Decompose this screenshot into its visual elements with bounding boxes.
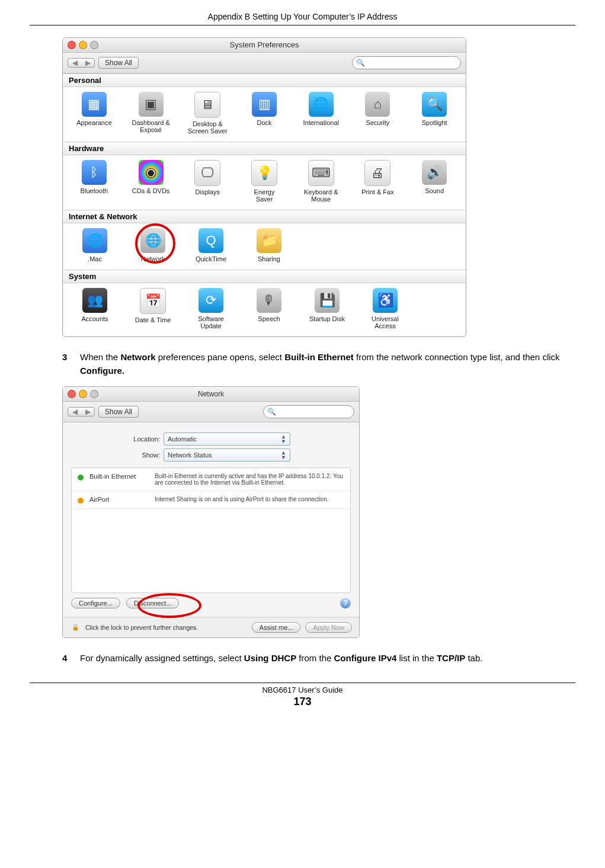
quicktime-icon: Q xyxy=(199,228,223,253)
disconnect-button[interactable]: Disconnect... xyxy=(126,598,180,608)
pref-item-label: Network xyxy=(127,255,179,262)
pref-item-sharing[interactable]: 📁Sharing xyxy=(243,228,295,262)
zoom-icon[interactable] xyxy=(90,390,98,398)
t: tab. xyxy=(465,653,482,663)
t: from the xyxy=(296,653,334,663)
nav-back-forward[interactable]: ◀ ▶ xyxy=(68,407,95,417)
network-icon: 🌐 xyxy=(140,228,165,253)
pref-item-label: UniversalAccess xyxy=(359,315,411,329)
minimize-icon[interactable] xyxy=(79,41,87,49)
status-row[interactable]: Built-in EthernetBuilt-in Ethernet is cu… xyxy=(72,468,350,491)
pref-item-desktop-screen-saver[interactable]: 🖥Desktop &Screen Saver xyxy=(182,92,233,134)
keyboard-mouse-icon: ⌨ xyxy=(308,160,334,186)
international-icon: 🌐 xyxy=(309,92,334,117)
location-label: Location: xyxy=(71,435,164,443)
icon-row: ▦Appearance▣Dashboard &Exposé🖥Desktop &S… xyxy=(63,87,466,142)
pref-item-sound[interactable]: 🔊Sound xyxy=(409,160,460,203)
displays-icon: 🖵 xyxy=(194,160,220,186)
cds-dvds-icon: ◉ xyxy=(139,160,164,185)
-mac-icon: 🌐 xyxy=(82,228,107,253)
software-update-icon: ⟳ xyxy=(199,288,223,313)
icon-row: 🌐.Mac🌐NetworkQQuickTime📁Sharing xyxy=(63,223,466,270)
pref-item-label: Print & Fax xyxy=(353,188,404,196)
status-row[interactable]: AirPortInternet Sharing is on and is usi… xyxy=(72,491,350,509)
pref-item-label: Desktop &Screen Saver xyxy=(182,120,233,134)
assist-me-button[interactable]: Assist me... xyxy=(252,622,301,633)
help-icon[interactable]: ? xyxy=(340,598,351,608)
t: Using DHCP xyxy=(244,653,296,663)
pref-item-energy-saver[interactable]: 💡EnergySaver xyxy=(239,160,290,203)
search-icon: 🔍 xyxy=(267,408,276,416)
pref-item-label: CDs & DVDs xyxy=(126,187,177,194)
pref-item-dashboard-expos-[interactable]: ▣Dashboard &Exposé xyxy=(126,92,177,134)
pref-item-software-update[interactable]: ⟳SoftwareUpdate xyxy=(185,288,237,329)
pref-item-label: Sound xyxy=(409,187,460,194)
t: Built-in Ethernet xyxy=(284,352,354,362)
pref-item-print-fax[interactable]: 🖨Print & Fax xyxy=(353,160,404,203)
pref-item-universal-access[interactable]: ♿UniversalAccess xyxy=(359,288,411,329)
status-desc: Internet Sharing is on and is using AirP… xyxy=(155,496,344,504)
step-4: 4 For dynamically assigned settings, sel… xyxy=(62,651,575,665)
pref-item-label: Dock xyxy=(239,119,290,126)
search-input[interactable]: 🔍 xyxy=(352,56,461,69)
pref-item-quicktime[interactable]: QQuickTime xyxy=(185,228,237,262)
location-value: Automatic xyxy=(168,435,197,443)
pref-item-label: Keyboard &Mouse xyxy=(296,188,347,203)
show-all-button[interactable]: Show All xyxy=(98,406,139,418)
accounts-icon: 👥 xyxy=(82,288,107,313)
configure-button[interactable]: Configure... xyxy=(71,598,120,608)
pref-item-security[interactable]: ⌂Security xyxy=(353,92,404,134)
step-3-number: 3 xyxy=(62,350,80,378)
close-icon[interactable] xyxy=(68,390,76,398)
pref-item-label: SoftwareUpdate xyxy=(185,315,237,329)
show-all-button[interactable]: Show All xyxy=(98,57,139,69)
location-dropdown[interactable]: Automatic ▲▼ xyxy=(164,433,290,446)
forward-icon[interactable]: ▶ xyxy=(81,59,94,67)
back-icon[interactable]: ◀ xyxy=(68,59,81,67)
pref-item-label: Dashboard &Exposé xyxy=(126,119,177,133)
show-dropdown[interactable]: Network Status ▲▼ xyxy=(164,449,290,462)
pref-item-network[interactable]: 🌐Network xyxy=(127,228,179,262)
pref-item-label: Spotlight xyxy=(409,119,460,126)
close-icon[interactable] xyxy=(68,41,76,49)
window-controls[interactable] xyxy=(68,390,98,398)
pref-item-date-time[interactable]: 📅Date & Time xyxy=(127,288,179,329)
pref-item-label: QuickTime xyxy=(185,255,237,262)
forward-icon[interactable]: ▶ xyxy=(81,408,94,416)
minimize-icon[interactable] xyxy=(79,390,87,398)
network-toolbar: ◀ ▶ Show All 🔍 xyxy=(63,402,359,422)
icon-row: 👥Accounts📅Date & Time⟳SoftwareUpdate🎙Spe… xyxy=(63,283,466,337)
pref-item-appearance[interactable]: ▦Appearance xyxy=(69,92,120,134)
pref-item-label: Sharing xyxy=(243,255,295,262)
t: When the xyxy=(80,352,120,362)
sharing-icon: 📁 xyxy=(257,228,281,253)
lock-row: 🔒 Click the lock to prevent further chan… xyxy=(63,617,359,638)
t: preferences pane opens, select xyxy=(156,352,285,362)
back-icon[interactable]: ◀ xyxy=(68,408,81,416)
nav-back-forward[interactable]: ◀ ▶ xyxy=(68,58,95,68)
pref-item-dock[interactable]: ▥Dock xyxy=(239,92,290,134)
print-fax-icon: 🖨 xyxy=(364,160,390,186)
status-dot-icon xyxy=(78,498,84,504)
pref-item-cds-dvds[interactable]: ◉CDs & DVDs xyxy=(126,160,177,203)
window-controls[interactable] xyxy=(68,41,98,49)
section-header: Personal xyxy=(63,73,466,87)
section-header: System xyxy=(63,270,466,283)
pref-item-speech[interactable]: 🎙Speech xyxy=(243,288,295,329)
pref-item-international[interactable]: 🌐International xyxy=(296,92,347,134)
pref-item-startup-disk[interactable]: 💾Startup Disk xyxy=(301,288,353,329)
pref-item-keyboard-mouse[interactable]: ⌨Keyboard &Mouse xyxy=(296,160,347,203)
pref-item-accounts[interactable]: 👥Accounts xyxy=(69,288,121,329)
speech-icon: 🎙 xyxy=(257,288,281,313)
dock-icon: ▥ xyxy=(252,92,277,117)
show-value: Network Status xyxy=(168,451,212,459)
pref-item--mac[interactable]: 🌐.Mac xyxy=(69,228,121,262)
search-input[interactable]: 🔍 xyxy=(263,405,354,418)
pref-item-spotlight[interactable]: 🔍Spotlight xyxy=(409,92,460,134)
lock-icon[interactable]: 🔒 xyxy=(70,622,81,633)
zoom-icon[interactable] xyxy=(90,41,98,49)
pref-item-bluetooth[interactable]: ᛒBluetooth xyxy=(69,160,120,203)
chevron-updown-icon: ▲▼ xyxy=(281,450,286,460)
pref-item-displays[interactable]: 🖵Displays xyxy=(182,160,233,203)
footer-rule xyxy=(30,683,575,683)
